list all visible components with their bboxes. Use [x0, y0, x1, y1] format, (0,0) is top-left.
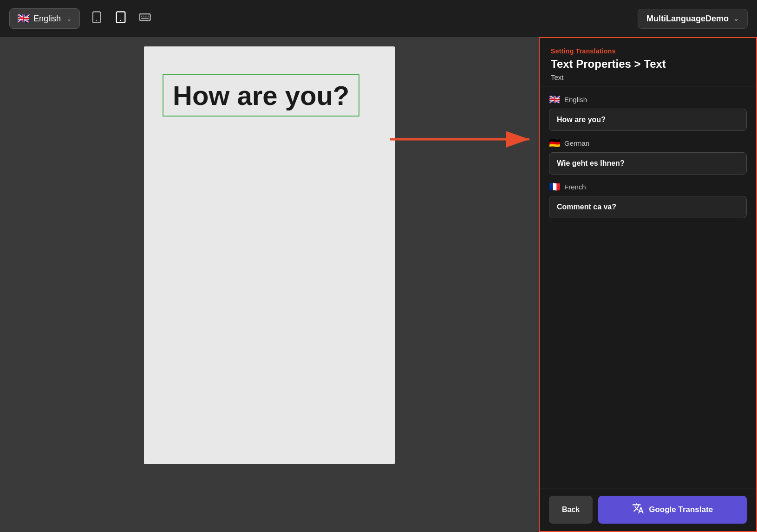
google-translate-button[interactable]: Google Translate [598, 496, 747, 524]
language-flag-english: 🇬🇧 [549, 94, 561, 105]
panel-subtitle: Text [551, 73, 745, 81]
project-chevron-icon: ⌄ [733, 15, 739, 22]
svg-rect-4 [139, 14, 150, 20]
selected-text-element[interactable]: How are you? [163, 74, 359, 117]
chevron-down-icon: ⌄ [66, 15, 72, 22]
translations-content: 🇬🇧English🇩🇪German🇫🇷French [540, 86, 756, 488]
canvas-frame: How are you? [144, 46, 395, 464]
canvas-area: How are you? [0, 37, 539, 532]
translation-input-english[interactable] [549, 109, 747, 131]
device-icons [87, 8, 154, 29]
lang-label: 🇩🇪German [549, 137, 747, 149]
lang-label: 🇫🇷French [549, 181, 747, 192]
lang-name: English [564, 96, 587, 104]
panel-header: Setting Translations Text Properties > T… [540, 38, 756, 86]
top-bar-left: 🇬🇧 English ⌄ [9, 8, 154, 29]
translation-group: 🇫🇷French [549, 181, 747, 218]
translation-input-german[interactable] [549, 152, 747, 175]
language-label: English [33, 14, 61, 24]
project-name: MultiLanguageDemo [646, 14, 729, 24]
tablet-icon[interactable] [111, 8, 130, 29]
top-bar-right: MultiLanguageDemo ⌄ [638, 9, 748, 29]
lang-label: 🇬🇧English [549, 94, 747, 105]
keyboard-icon[interactable] [136, 8, 154, 29]
mobile-icon[interactable] [87, 8, 106, 29]
google-translate-label: Google Translate [649, 505, 713, 514]
top-bar: 🇬🇧 English ⌄ [0, 0, 757, 37]
back-button[interactable]: Back [549, 496, 593, 524]
right-panel: Setting Translations Text Properties > T… [539, 37, 757, 532]
main-content: How are you? Setting Translations Text P… [0, 37, 757, 532]
project-selector[interactable]: MultiLanguageDemo ⌄ [638, 9, 748, 29]
panel-label: Setting Translations [551, 47, 745, 55]
panel-footer: Back Google Translate [540, 488, 756, 531]
language-flag: 🇬🇧 [17, 13, 30, 25]
google-translate-icon [632, 502, 644, 517]
lang-name: German [564, 139, 589, 147]
lang-name: French [564, 183, 586, 191]
translation-group: 🇬🇧English [549, 94, 747, 131]
language-flag-german: 🇩🇪 [549, 137, 561, 149]
language-flag-french: 🇫🇷 [549, 181, 561, 192]
translation-group: 🇩🇪German [549, 137, 747, 175]
language-selector[interactable]: 🇬🇧 English ⌄ [9, 8, 80, 29]
translation-input-french[interactable] [549, 196, 747, 218]
canvas-text: How are you? [173, 80, 349, 110]
panel-title: Text Properties > Text [551, 58, 745, 71]
arrow-indicator [390, 125, 539, 153]
